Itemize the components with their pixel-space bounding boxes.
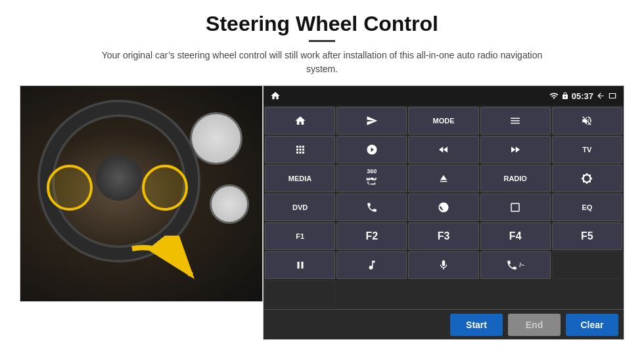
action-bar: Start End Clear	[264, 309, 624, 339]
steering-wheel-image	[20, 85, 263, 302]
home-icon	[270, 91, 281, 101]
btn-mic[interactable]	[408, 251, 478, 279]
gauge-right	[210, 184, 249, 224]
content-area: 05:37	[20, 85, 624, 340]
btn-360[interactable]: 360	[336, 165, 407, 192]
window-icon	[608, 91, 617, 100]
highlight-right	[142, 165, 188, 211]
highlight-left	[47, 165, 93, 211]
btn-swirl[interactable]	[408, 194, 478, 221]
btn-music[interactable]	[336, 251, 407, 279]
btn-apps[interactable]	[265, 136, 335, 163]
btn-empty-2	[265, 280, 335, 308]
btn-f5[interactable]: F5	[552, 222, 622, 250]
btn-brightness[interactable]	[552, 165, 622, 192]
btn-rectangle[interactable]	[480, 194, 551, 221]
btn-send[interactable]	[336, 107, 407, 135]
page-subtitle: Your original car’s steering wheel contr…	[92, 49, 552, 76]
back-icon	[596, 91, 605, 100]
status-right: 05:37	[549, 91, 617, 101]
btn-eject[interactable]	[408, 165, 478, 192]
arrow	[126, 236, 204, 288]
status-left	[270, 91, 281, 101]
btn-f3[interactable]: F3	[408, 222, 478, 250]
btn-fast-forward[interactable]	[480, 136, 551, 163]
btn-mode[interactable]: MODE	[408, 107, 478, 135]
control-panel: 05:37	[263, 85, 624, 340]
start-button[interactable]: Start	[450, 314, 503, 336]
btn-media[interactable]: MEDIA	[265, 165, 335, 192]
btn-home[interactable]	[265, 107, 335, 135]
btn-empty-1	[552, 251, 622, 279]
btn-radio[interactable]: RADIO	[480, 165, 551, 192]
gauge-left	[190, 112, 242, 165]
btn-dvd[interactable]: DVD	[265, 194, 335, 221]
title-divider	[309, 40, 335, 42]
btn-phone-volume[interactable]: /~	[480, 251, 551, 279]
btn-play-pause[interactable]	[265, 251, 335, 279]
btn-eq[interactable]: EQ	[552, 194, 622, 221]
btn-mute[interactable]	[552, 107, 622, 135]
btn-f4[interactable]: F4	[480, 222, 551, 250]
clear-button[interactable]: Clear	[566, 314, 618, 336]
wifi-icon	[549, 91, 559, 100]
btn-phone[interactable]	[336, 194, 407, 221]
status-bar: 05:37	[264, 86, 624, 106]
page-container: Steering Wheel Control Your original car…	[0, 0, 644, 357]
lock-icon	[561, 92, 569, 100]
btn-f1[interactable]: F1	[265, 222, 335, 250]
btn-list[interactable]	[480, 107, 551, 135]
btn-f2[interactable]: F2	[336, 222, 407, 250]
btn-tv[interactable]: TV	[552, 136, 622, 163]
btn-settings-circle[interactable]	[336, 136, 407, 163]
btn-rewind[interactable]	[408, 136, 478, 163]
status-time: 05:37	[572, 91, 593, 101]
button-grid: MODE	[264, 106, 624, 309]
end-button[interactable]: End	[508, 314, 561, 336]
steering-wheel-hub	[96, 155, 142, 201]
page-title: Steering Wheel Control	[206, 12, 438, 36]
